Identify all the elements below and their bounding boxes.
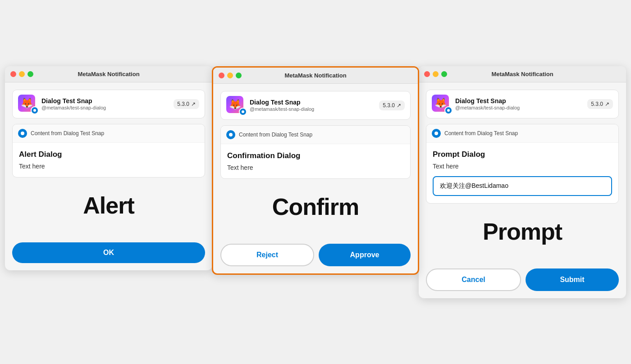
window-title: MetaMask Notification <box>491 71 553 77</box>
red-traffic-light[interactable] <box>10 71 16 77</box>
snap-info: 🦊Dialog Test Snap@metamask/test-snap-dia… <box>18 95 106 114</box>
button-area: RejectApprove <box>213 238 418 273</box>
submit-button[interactable]: Submit <box>526 268 619 291</box>
snap-name: Dialog Test Snap <box>41 97 106 105</box>
snap-info: 🦊Dialog Test Snap@metamask/test-snap-dia… <box>432 95 520 114</box>
snap-header: 🦊Dialog Test Snap@metamask/test-snap-dia… <box>12 90 205 118</box>
dialog-title: Alert Dialog <box>19 150 198 159</box>
snap-name: Dialog Test Snap <box>455 97 520 105</box>
snap-badge-icon <box>239 108 247 116</box>
dialog-content-area: Content from Dialog Test SnapConfirmatio… <box>220 125 411 179</box>
snap-icon-container: 🦊 <box>432 95 451 114</box>
prompt-input[interactable] <box>433 176 612 196</box>
button-area: OK <box>5 237 212 270</box>
approve-button[interactable]: Approve <box>319 244 411 266</box>
dialog-text: Text here <box>433 163 612 170</box>
external-link-icon[interactable]: ↗ <box>397 102 401 109</box>
snap-icon-container: 🦊 <box>18 95 37 114</box>
title-bar: MetaMask Notification <box>213 68 418 84</box>
window-alert: MetaMask Notification🦊Dialog Test Snap@m… <box>5 66 212 270</box>
traffic-lights <box>424 71 447 77</box>
dialog-body: Confirmation DialogText here <box>221 144 410 178</box>
traffic-lights <box>10 71 33 77</box>
ok-button[interactable]: OK <box>12 242 205 263</box>
content-header: Content from Dialog Test Snap <box>221 126 410 144</box>
content-header: Content from Dialog Test Snap <box>13 124 205 143</box>
yellow-traffic-light[interactable] <box>433 71 439 77</box>
window-content: 🦊Dialog Test Snap@metamask/test-snap-dia… <box>5 82 212 237</box>
snap-name-block: Dialog Test Snap@metamask/test-snap-dial… <box>250 99 314 112</box>
window-content: 🦊Dialog Test Snap@metamask/test-snap-dia… <box>213 84 418 238</box>
content-header-icon <box>226 130 235 139</box>
svg-point-2 <box>242 110 244 113</box>
red-traffic-light[interactable] <box>219 73 224 78</box>
button-area: CancelSubmit <box>419 263 626 298</box>
green-traffic-light[interactable] <box>441 71 447 77</box>
dialog-title: Prompt Dialog <box>433 150 612 159</box>
snap-header: 🦊Dialog Test Snap@metamask/test-snap-dia… <box>426 90 619 118</box>
dialog-title: Confirmation Dialog <box>227 151 404 160</box>
content-header-icon <box>432 129 441 138</box>
dialog-content-area: Content from Dialog Test SnapAlert Dialo… <box>12 124 205 177</box>
green-traffic-light[interactable] <box>236 73 242 78</box>
snap-info: 🦊Dialog Test Snap@metamask/test-snap-dia… <box>226 96 314 115</box>
content-header-icon <box>18 129 27 138</box>
content-header-text: Content from Dialog Test Snap <box>31 130 104 136</box>
snap-version: 5.3.0 ↗ <box>379 100 405 110</box>
external-link-icon[interactable]: ↗ <box>605 101 609 107</box>
windows-container: MetaMask Notification🦊Dialog Test Snap@m… <box>5 66 626 298</box>
snap-handle: @metamask/test-snap-dialog <box>455 105 520 110</box>
svg-point-4 <box>447 109 450 112</box>
red-traffic-light[interactable] <box>424 71 430 77</box>
svg-point-3 <box>229 133 233 136</box>
yellow-traffic-light[interactable] <box>227 73 233 78</box>
snap-icon-container: 🦊 <box>226 96 245 115</box>
title-bar: MetaMask Notification <box>419 66 626 82</box>
traffic-lights <box>219 73 242 78</box>
window-title: MetaMask Notification <box>284 72 346 79</box>
snap-handle: @metamask/test-snap-dialog <box>41 105 106 110</box>
content-header: Content from Dialog Test Snap <box>426 124 618 143</box>
content-header-text: Content from Dialog Test Snap <box>239 132 312 138</box>
green-traffic-light[interactable] <box>27 71 33 77</box>
dialog-content-area: Content from Dialog Test SnapPrompt Dial… <box>426 124 619 204</box>
svg-point-0 <box>33 109 36 112</box>
cancel-button[interactable]: Cancel <box>426 268 521 291</box>
snap-version: 5.3.0 ↗ <box>174 99 199 109</box>
window-title: MetaMask Notification <box>78 71 139 77</box>
dialog-body: Prompt DialogText here <box>426 143 618 203</box>
snap-name: Dialog Test Snap <box>250 99 314 106</box>
content-header-text: Content from Dialog Test Snap <box>444 130 518 136</box>
svg-point-1 <box>21 132 24 135</box>
snap-version: 5.3.0 ↗ <box>587 99 613 109</box>
bottom-label: Alert <box>12 183 205 230</box>
snap-badge-icon <box>31 106 39 114</box>
yellow-traffic-light[interactable] <box>19 71 25 77</box>
snap-badge-icon <box>444 106 453 114</box>
window-confirm: MetaMask Notification🦊Dialog Test Snap@m… <box>212 66 419 275</box>
external-link-icon[interactable]: ↗ <box>191 101 196 107</box>
bottom-label: Prompt <box>426 209 619 256</box>
title-bar: MetaMask Notification <box>5 66 212 82</box>
svg-point-5 <box>434 132 438 135</box>
dialog-body: Alert DialogText here <box>13 143 205 177</box>
bottom-label: Confirm <box>220 184 411 231</box>
dialog-text: Text here <box>19 163 198 170</box>
window-prompt: MetaMask Notification🦊Dialog Test Snap@m… <box>419 66 626 298</box>
snap-name-block: Dialog Test Snap@metamask/test-snap-dial… <box>41 97 106 110</box>
reject-button[interactable]: Reject <box>220 244 314 266</box>
window-content: 🦊Dialog Test Snap@metamask/test-snap-dia… <box>419 82 626 263</box>
snap-header: 🦊Dialog Test Snap@metamask/test-snap-dia… <box>220 91 411 120</box>
dialog-text: Text here <box>227 164 404 171</box>
snap-name-block: Dialog Test Snap@metamask/test-snap-dial… <box>455 97 520 110</box>
snap-handle: @metamask/test-snap-dialog <box>250 106 314 112</box>
